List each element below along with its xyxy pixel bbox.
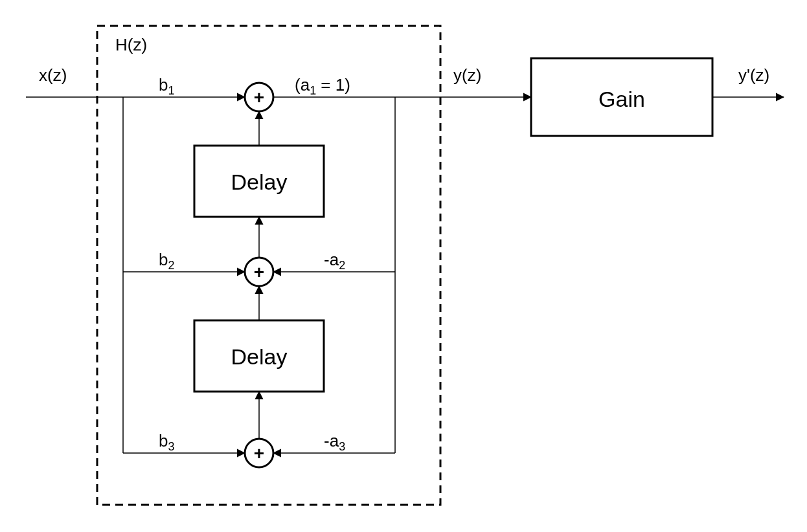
biquad-diagram: H(z) x(z) + + + Delay Delay Gain b1 b2 b… <box>0 0 807 532</box>
input-label: x(z) <box>39 65 67 85</box>
b3-label: b3 <box>159 431 174 453</box>
sum-top-plus: + <box>254 87 264 107</box>
neg-a3-label: -a3 <box>324 431 345 453</box>
hz-label: H(z) <box>115 35 147 54</box>
gain-label: Gain <box>598 87 645 111</box>
delay2-label: Delay <box>231 344 288 369</box>
sum-bottom-plus: + <box>254 443 264 463</box>
b1-label: b1 <box>159 75 174 97</box>
yprime-label: y'(z) <box>738 65 769 85</box>
neg-a2-label: -a2 <box>324 250 345 272</box>
a1-label: (a1 = 1) <box>295 75 350 97</box>
delay1-label: Delay <box>231 170 288 194</box>
y-label: y(z) <box>453 65 481 85</box>
sum-mid-plus: + <box>254 262 264 282</box>
b2-label: b2 <box>159 250 174 272</box>
